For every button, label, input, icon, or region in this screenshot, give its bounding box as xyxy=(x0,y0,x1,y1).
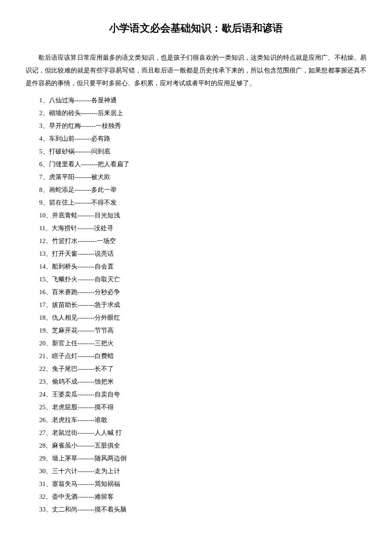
list-item: 20、新官上任--------三把火 xyxy=(39,337,366,350)
list-item: 32、壶中无酒--------难留客 xyxy=(39,490,366,503)
list-item: 9、箭在弦上--------不得不发 xyxy=(39,196,366,209)
list-item: 2、砌墙的砖头--------后来居上 xyxy=(39,107,366,119)
idiom-list: 1、八仙过海--------各显神通 2、砌墙的砖头--------后来居上 3… xyxy=(39,94,366,516)
intro-paragraph: 歇后语应该算日常应用最多的语文类知识，也是孩子们很喜欢的一类知识，这类知识的特点… xyxy=(26,51,366,90)
list-item: 15、飞蛾扑火--------自取灭亡 xyxy=(39,273,366,286)
list-item: 23、偷鸡不成--------蚀把米 xyxy=(39,375,366,388)
list-item: 21、瞎子点灯--------白费蜡 xyxy=(39,350,366,362)
list-item: 31、塞翁失马--------焉知祸福 xyxy=(39,477,366,490)
list-item: 26、老虎拉车--------谁敢 xyxy=(39,413,366,426)
list-item: 30、三十六计--------走为上计 xyxy=(39,465,366,477)
list-item: 16、百米赛跑--------分秒必争 xyxy=(39,286,366,298)
list-item: 29、墙上茅草--------随风两边倒 xyxy=(39,452,366,465)
list-item: 17、拔苗助长--------急于求成 xyxy=(39,298,366,311)
list-item: 25、老虎屁股--------摸不得 xyxy=(39,401,366,413)
list-item: 7、虎落平阳--------被犬欺 xyxy=(39,171,366,183)
list-item: 13、打开天窗--------说亮话 xyxy=(39,247,366,260)
list-item: 33、丈二和尚--------摸不着头脑 xyxy=(39,503,366,516)
list-item: 27、老鼠过街--------人人喊 打 xyxy=(39,426,366,439)
list-item: 24、王婆卖瓜--------自卖自夸 xyxy=(39,388,366,401)
list-item: 8、画蛇添足--------多此一举 xyxy=(39,183,366,196)
list-item: 10、井底青蛙--------目光短浅 xyxy=(39,209,366,222)
list-item: 14、船到桥头--------自会直 xyxy=(39,260,366,273)
list-item: 18、仇人相见--------分外眼红 xyxy=(39,311,366,324)
list-item: 6、门缝里看人--------把人看扁了 xyxy=(39,158,366,171)
list-item: 1、八仙过海--------各显神通 xyxy=(39,94,366,107)
list-item: 12、竹篮打水---------一场空 xyxy=(39,234,366,247)
list-item: 4、车到山前--------必有路 xyxy=(39,132,366,145)
list-item: 11、大海捞针--------没处寻 xyxy=(39,222,366,234)
list-item: 19、芝麻开花--------节节高 xyxy=(39,324,366,337)
page-title: 小学语文必会基础知识：歇后语和谚语 xyxy=(26,21,366,35)
list-item: 22、兔子尾巴--------长不了 xyxy=(39,362,366,375)
list-item: 5、打破砂锅--------问到底 xyxy=(39,145,366,158)
list-item: 3、早开的红梅-------一枝独秀 xyxy=(39,119,366,132)
list-item: 28、麻雀虽小--------五脏俱全 xyxy=(39,439,366,452)
